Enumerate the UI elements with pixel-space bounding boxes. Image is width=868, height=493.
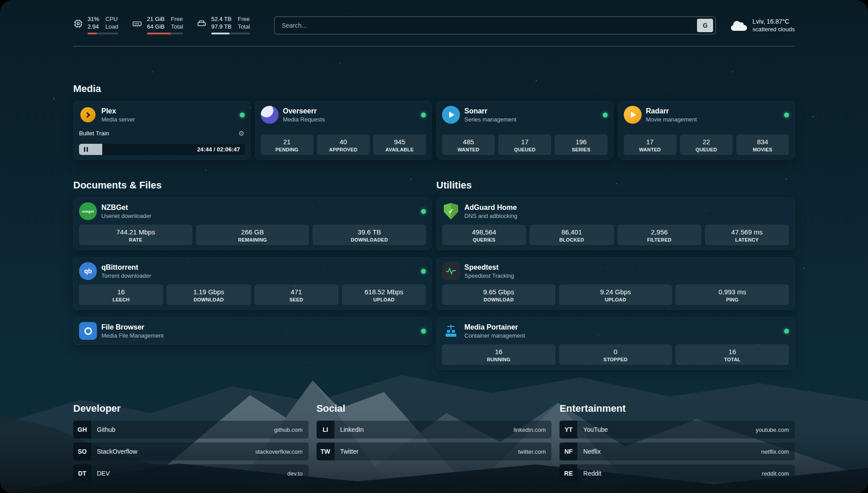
stat-rate: 744.21 Mbps RATE — [79, 225, 192, 245]
stat-value: 17 — [626, 138, 675, 146]
section-developer: Developer GH Github github.com SO StackO… — [73, 403, 309, 486]
cpu-label-top: CPU — [105, 15, 118, 23]
app-name: Speedtest — [464, 263, 514, 272]
stat-value: 0.993 ms — [677, 288, 787, 296]
bookmark-url: twitter.com — [518, 448, 546, 455]
app-name: NZBGet — [101, 203, 151, 212]
stat-value: 22 — [682, 138, 731, 146]
stat-label: PING — [677, 297, 787, 302]
bookmark-stackoverflow[interactable]: SO StackOverflow stackoverflow.com — [73, 443, 309, 460]
weather-widget: Lviv, 16.87°C scattered clouds — [731, 17, 795, 33]
stat-value: 945 — [375, 138, 424, 146]
developer-section-title: Developer — [73, 403, 309, 414]
ram-icon — [132, 19, 142, 30]
app-name: File Browser — [101, 323, 163, 332]
ram-label-bottom: Total — [171, 23, 183, 30]
dev-badge-icon: DT — [73, 464, 91, 482]
qbittorrent-icon: qb — [79, 262, 97, 280]
utilities-section-title: Utilities — [436, 180, 795, 191]
bookmark-name: Twitter — [340, 448, 359, 455]
stat-label: UPLOAD — [561, 297, 671, 302]
bookmark-linkedin[interactable]: LI LinkedIn linkedin.com — [317, 421, 552, 439]
stat-total: 16 TOTAL — [676, 344, 789, 365]
app-subtitle: Media File Management — [101, 332, 163, 339]
stat-leech: 16 LEECH — [79, 284, 163, 305]
gear-icon[interactable]: ⚙ — [238, 130, 244, 137]
status-online-dot — [421, 329, 426, 334]
stat-filtered: 2,956 FILTERED — [618, 225, 701, 245]
adguard-shield-icon: ✓ — [442, 202, 460, 220]
portainer-card[interactable]: Media Portainer Container management 16 … — [436, 317, 795, 370]
section-entertainment: Entertainment YT YouTube youtube.com NF … — [559, 403, 795, 486]
stat-seed: 471 SEED — [255, 284, 338, 305]
stat-label: QUEUED — [500, 147, 549, 152]
stat-movies: 834 MOVIES — [736, 134, 789, 155]
app-name: Sonarr — [464, 107, 516, 116]
speedtest-card[interactable]: Speedtest Speedtest Tracking 9.65 Gbps D… — [436, 257, 795, 310]
stat-wanted: 485 WANTED — [442, 134, 495, 155]
filebrowser-card[interactable]: File Browser Media File Management — [73, 317, 432, 345]
pause-icon[interactable] — [83, 145, 89, 154]
bookmark-github[interactable]: GH Github github.com — [73, 421, 309, 439]
status-online-dot — [784, 329, 789, 334]
topbar-divider — [73, 46, 795, 46]
disk-label-bottom: Total — [238, 23, 250, 30]
qbittorrent-card[interactable]: qb qBittorrent Torrent downloader 16 LEE… — [73, 257, 432, 310]
nzbget-card[interactable]: nzbget NZBGet Usenet downloader 744.21 M… — [73, 197, 432, 250]
sonarr-card[interactable]: Sonarr Series management 485 WANTED 17 Q… — [436, 101, 613, 160]
app-subtitle: Media server — [101, 116, 135, 123]
stat-label: SERIES — [556, 147, 605, 152]
stat-label: RUNNING — [444, 357, 554, 362]
stat-label: LATENCY — [707, 237, 787, 242]
app-name: Overseerr — [283, 107, 325, 116]
bookmark-name: StackOverflow — [97, 448, 137, 455]
stat-queued: 17 QUEUED — [498, 134, 551, 155]
stat-value: 47.569 ms — [707, 228, 787, 236]
bookmark-url: linkedin.com — [513, 426, 546, 433]
bookmark-url: netflix.com — [761, 448, 789, 455]
stat-label: PENDING — [263, 147, 312, 152]
overseerr-card[interactable]: Overseerr Media Requests 21 PENDING 40 A… — [255, 101, 432, 160]
search-engine-button[interactable]: G — [697, 19, 713, 32]
ram-label-top: Free — [171, 15, 183, 23]
search-input[interactable] — [281, 21, 697, 29]
bookmark-netflix[interactable]: NF Netflix netflix.com — [559, 443, 795, 460]
app-subtitle: Container management — [464, 332, 525, 339]
search-bar: G — [274, 17, 716, 34]
stat-label: DOWNLOAD — [168, 297, 249, 302]
stackoverflow-badge-icon: SO — [73, 443, 91, 460]
media-section-title: Media — [73, 83, 795, 95]
status-online-dot — [240, 113, 245, 117]
app-subtitle: DNS and adblocking — [464, 212, 517, 220]
bookmark-dev[interactable]: DT DEV dev.to — [73, 464, 309, 482]
status-online-dot — [784, 113, 789, 117]
weather-location: Lviv, 16.87°C — [752, 17, 795, 25]
stat-label: DOWNLOADED — [314, 237, 424, 242]
radarr-card[interactable]: Radarr Movie management 17 WANTED 22 QUE… — [618, 101, 795, 160]
cpu-icon — [73, 19, 83, 30]
app-subtitle: Torrent downloader — [101, 272, 151, 280]
stat-download: 1.19 Gbps DOWNLOAD — [167, 284, 250, 305]
stat-value: 498,564 — [444, 228, 524, 236]
bookmark-reddit[interactable]: RE Reddit reddit.com — [559, 464, 795, 482]
stat-running: 16 RUNNING — [442, 344, 555, 365]
bookmark-url: stackoverflow.com — [255, 448, 302, 455]
disk-total-value: 97.9 TB — [211, 23, 231, 30]
portainer-crane-icon — [442, 322, 460, 340]
bookmark-twitter[interactable]: TW Twitter twitter.com — [317, 443, 552, 460]
section-media: Media Plex Media server — [73, 83, 795, 160]
playback-progress-bar[interactable]: 24:44 / 02:06:47 — [79, 144, 245, 155]
ram-usage-bar — [147, 33, 183, 34]
disk-label-top: Free — [238, 15, 250, 23]
app-name: Plex — [101, 107, 135, 116]
plex-icon — [79, 106, 97, 124]
cloud-icon — [731, 25, 747, 31]
plex-card[interactable]: Plex Media server Bullet Train ⚙ 24:44 /… — [73, 101, 250, 160]
disk-monitor: 52.4 TB 97.9 TB Free Total — [196, 15, 250, 34]
stat-label: STOPPED — [561, 357, 671, 362]
stat-value: 39.6 TB — [314, 228, 424, 236]
weather-condition: scattered clouds — [752, 25, 795, 33]
bookmark-youtube[interactable]: YT YouTube youtube.com — [559, 421, 795, 439]
adguard-card[interactable]: ✓ AdGuard Home DNS and adblocking 498,56… — [436, 197, 795, 250]
now-playing-title: Bullet Train — [79, 130, 109, 137]
